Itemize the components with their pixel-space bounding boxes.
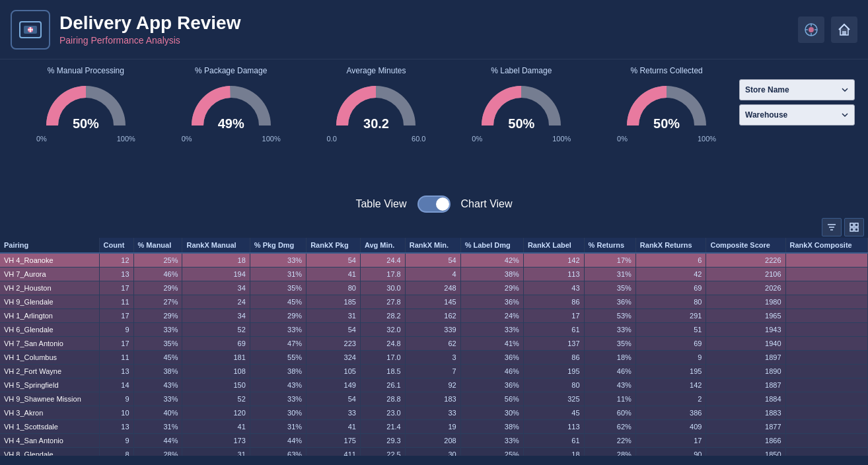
table-row: VH 1_Columbus1145%18155%32417.0336%8618%… (0, 351, 868, 365)
table-cell: 8 (99, 448, 133, 456)
chart-view-label: Chart View (461, 198, 513, 210)
table-cell: 208 (405, 434, 460, 448)
table-filter-button[interactable] (822, 218, 842, 236)
table-cell: 33% (133, 392, 182, 406)
gauge-value: 50% (508, 116, 534, 131)
table-cell (785, 448, 867, 456)
table-cell: 248 (405, 281, 460, 295)
table-cell: 35% (584, 337, 635, 351)
svg-rect-5 (842, 31, 846, 35)
column-header: Pairing (0, 238, 99, 253)
table-cell (785, 323, 867, 337)
table-cell: 14 (99, 378, 133, 392)
home-button[interactable] (831, 17, 857, 43)
table-cell: 17 (99, 309, 133, 323)
table-cell: 185 (307, 295, 361, 309)
svg-rect-9 (855, 228, 858, 231)
table-cell: 28.2 (360, 309, 405, 323)
table-row: VH 1_Arlington1729%3429%3128.216224%1753… (0, 309, 868, 323)
table-cell: 35% (584, 281, 635, 295)
table-cell: VH 2_Fort Wayne (0, 365, 99, 378)
table-cell: 33% (250, 323, 306, 337)
table-cell: 27% (133, 295, 182, 309)
gauge-value: 50% (73, 116, 99, 131)
table-cell: 195 (635, 365, 706, 378)
toggle-knob (436, 197, 449, 211)
table-cell: 45% (133, 351, 182, 365)
table-cell: 60% (584, 406, 635, 420)
table-cell: 38% (460, 268, 523, 281)
table-cell: 24.8 (360, 337, 405, 351)
table-row: VH 7_San Antonio1735%6947%22324.86241%13… (0, 337, 868, 351)
gauge-title: % Manual Processing (48, 66, 124, 75)
table-cell: 45 (523, 406, 584, 420)
filter-settings-button[interactable] (798, 17, 824, 43)
table-cell: 1877 (706, 420, 785, 434)
gauge-labels: 0.0 60.0 (326, 135, 425, 143)
table-cell: 386 (635, 406, 706, 420)
table-cell (785, 337, 867, 351)
gauge-value: 30.2 (363, 116, 389, 131)
table-cell: 54 (307, 253, 361, 268)
gauge-title: % Returns Collected (630, 66, 702, 75)
table-row: VH 1_Scottsdale1331%4131%4121.41938%1136… (0, 420, 868, 434)
warehouse-filter[interactable]: Warehouse (739, 104, 855, 125)
table-cell: 31 (307, 309, 361, 323)
column-header: RankX Label (523, 238, 584, 253)
table-cell: 33% (133, 323, 182, 337)
gauge-wrap: 50% (472, 78, 571, 134)
table-cell: 26.1 (360, 378, 405, 392)
table-row: VH 4_Roanoke1225%1833%5424.45442%14217%6… (0, 253, 868, 268)
app-title: Delivery App Review (59, 13, 798, 34)
table-row: VH 4_San Antonio944%17344%17529.320833%6… (0, 434, 868, 448)
store-name-filter[interactable]: Store Name (739, 79, 855, 100)
table-cell: 29% (133, 281, 182, 295)
table-cell: 105 (307, 365, 361, 378)
table-cell: VH 1_Columbus (0, 351, 99, 365)
table-cell: 45% (250, 295, 306, 309)
table-cell: 38% (460, 420, 523, 434)
table-cell: 162 (405, 309, 460, 323)
table-cell: 38% (250, 365, 306, 378)
filters-panel: Store Name Warehouse (739, 79, 855, 125)
app-logo (11, 10, 50, 50)
table-cell: 11% (584, 392, 635, 406)
table-cell: 183 (405, 392, 460, 406)
column-header: RankX Pkg (307, 238, 361, 253)
table-cell: 17.0 (360, 351, 405, 365)
gauge-labels: 0% 100% (182, 135, 281, 143)
table-expand-button[interactable] (844, 218, 864, 236)
table-cell: 9 (99, 434, 133, 448)
view-toggle[interactable] (417, 196, 451, 213)
table-cell: 38% (133, 365, 182, 378)
table-row: VH 9_Glendale1127%2445%18527.814536%8636… (0, 295, 868, 309)
gauge-max: 100% (552, 135, 571, 143)
table-cell: 44% (250, 434, 306, 448)
table-cell: 30% (460, 406, 523, 420)
header: Delivery App Review Pairing Performance … (0, 0, 868, 59)
table-cell (785, 434, 867, 448)
table-cell: 13 (99, 365, 133, 378)
table-cell: 108 (182, 365, 250, 378)
table-cell: 35% (250, 281, 306, 295)
table-cell: 1943 (706, 323, 785, 337)
svg-rect-6 (850, 223, 853, 227)
table-cell: 90 (635, 448, 706, 456)
table-section: PairingCount% ManualRankX Manual% Pkg Dm… (0, 217, 868, 465)
data-table: PairingCount% ManualRankX Manual% Pkg Dm… (0, 238, 868, 456)
table-cell: VH 6_Glendale (0, 323, 99, 337)
table-cell: 31% (584, 268, 635, 281)
table-toolbar (0, 217, 868, 238)
column-header: % Pkg Dmg (250, 238, 306, 253)
table-cell: 86 (523, 295, 584, 309)
table-cell (785, 253, 867, 268)
table-cell (785, 351, 867, 365)
gauge-max: 100% (262, 135, 281, 143)
gauge-title: Average Minutes (347, 66, 406, 75)
table-cell: 411 (307, 448, 361, 456)
table-cell: 142 (635, 378, 706, 392)
table-cell: VH 9_Shawnee Mission (0, 392, 99, 406)
table-cell: 43% (133, 378, 182, 392)
table-cell: 92 (405, 378, 460, 392)
table-cell: 30.0 (360, 281, 405, 295)
